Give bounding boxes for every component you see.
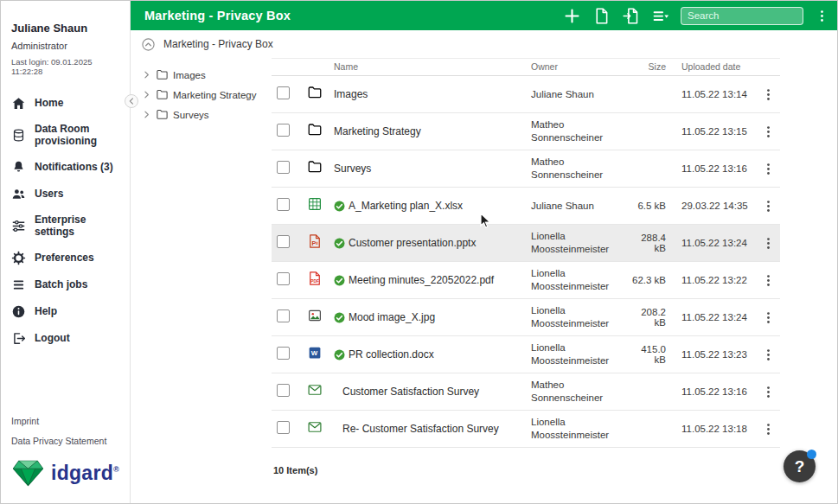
- table-row[interactable]: A_Marketing plan_X.xlsx Juliane Shaun 6.…: [272, 188, 780, 225]
- sidebar-item-label: Preferences: [35, 252, 94, 264]
- sidebar-item-enterprise-settings[interactable]: Enterprise settings: [1, 207, 130, 245]
- row-checkbox[interactable]: [277, 347, 290, 360]
- row-checkbox[interactable]: [277, 384, 290, 397]
- help-button[interactable]: ?: [784, 450, 816, 482]
- file-name[interactable]: Customer presentation.pptx: [349, 237, 476, 249]
- column-header-owner[interactable]: Owner: [531, 61, 628, 72]
- file-name[interactable]: A_Marketing plan_X.xlsx: [349, 200, 463, 212]
- table-row[interactable]: PDF Meeting minutes_22052022.pdf Lionell…: [272, 262, 780, 299]
- tree-item-label: Marketing Strategy: [173, 90, 257, 100]
- file-name[interactable]: Images: [334, 88, 368, 100]
- svg-text:PDF: PDF: [310, 279, 319, 284]
- breadcrumb-label[interactable]: Marketing - Privacy Box: [163, 38, 273, 50]
- sidebar-item-batch-jobs[interactable]: Batch jobs: [1, 271, 130, 298]
- row-checkbox[interactable]: [277, 309, 290, 322]
- row-menu-button[interactable]: [761, 124, 776, 139]
- file-name[interactable]: Mood image_X.jpg: [349, 311, 435, 323]
- table-row[interactable]: Re- Customer Satisfaction Survey Lionell…: [272, 411, 780, 448]
- verified-badge-icon: [334, 312, 345, 323]
- new-document-icon[interactable]: [592, 7, 611, 25]
- file-uploaded-date: 11.05.22 13:16: [681, 386, 761, 397]
- content-area: Images Marketing Strategy Surveys Name O…: [131, 58, 837, 503]
- chevron-right-icon[interactable]: [142, 90, 151, 99]
- kebab-icon[interactable]: [815, 8, 829, 24]
- table-row[interactable]: Marketing Strategy Matheo Sonnenscheiner…: [272, 113, 780, 150]
- search-input[interactable]: [688, 10, 796, 21]
- table-row[interactable]: Surveys Matheo Sonnenscheiner 11.05.22 1…: [272, 150, 780, 188]
- sidebar-item-preferences[interactable]: Preferences: [1, 245, 130, 271]
- sidebar-item-label: Help: [35, 305, 57, 317]
- column-header-uploaded-date[interactable]: Uploaded date: [681, 61, 761, 72]
- table-row[interactable]: P Customer presentation.pptx Lionella Mo…: [272, 225, 780, 262]
- row-menu-button[interactable]: [761, 162, 776, 176]
- column-header-name[interactable]: Name: [334, 61, 531, 72]
- file-name[interactable]: Re- Customer Satisfaction Survey: [342, 423, 499, 435]
- row-checkbox[interactable]: [277, 124, 290, 137]
- row-menu-button[interactable]: [761, 348, 776, 362]
- row-checkbox[interactable]: [277, 235, 290, 248]
- sidebar-item-help[interactable]: Help: [1, 298, 130, 325]
- chevron-right-icon[interactable]: [142, 110, 151, 119]
- table-row[interactable]: W PR collection.docx Lionella Moossteinm…: [272, 336, 780, 373]
- sidebar-item-data-room-provisioning[interactable]: Data Room provisioning: [1, 117, 130, 154]
- row-menu-button[interactable]: [761, 273, 776, 288]
- sidebar-nav: Home Data Room provisioning Notification…: [1, 90, 130, 352]
- sidebar-item-home[interactable]: Home: [1, 90, 130, 117]
- sidebar-item-label: Enterprise settings: [35, 214, 119, 239]
- file-size: 62.3 kB: [628, 275, 681, 285]
- table-row[interactable]: Images Juliane Shaun 11.05.22 13:14: [272, 76, 780, 113]
- sidebar-item-label: Data Room provisioning: [35, 123, 119, 148]
- circle-chevron-up-icon[interactable]: [141, 37, 156, 52]
- file-name[interactable]: Surveys: [334, 163, 371, 175]
- file-name[interactable]: PR collection.docx: [349, 348, 434, 360]
- xlsx-icon: [307, 196, 323, 212]
- row-checkbox[interactable]: [277, 421, 290, 434]
- table-row[interactable]: Mood image_X.jpg Lionella Moossteinmeist…: [272, 299, 780, 336]
- tree-item-label: Images: [173, 70, 206, 80]
- file-uploaded-date: 11.05.22 13:24: [681, 238, 761, 248]
- file-size: 415.0 kB: [628, 344, 681, 365]
- row-menu-button[interactable]: [761, 385, 776, 399]
- file-name[interactable]: Marketing Strategy: [334, 125, 421, 137]
- folder-icon: [156, 88, 169, 101]
- row-menu-button[interactable]: [761, 236, 776, 251]
- tree-item-surveys[interactable]: Surveys: [142, 108, 272, 121]
- file-name[interactable]: Customer Satisfaction Survey: [342, 386, 479, 398]
- folder-icon: [307, 85, 323, 100]
- file-owner: Matheo Sonnenscheiner: [531, 156, 628, 182]
- chevron-right-icon[interactable]: [142, 70, 151, 80]
- column-header-size[interactable]: Size: [628, 61, 681, 72]
- row-checkbox[interactable]: [277, 161, 290, 174]
- items-count: 10 Item(s): [273, 465, 780, 475]
- sidebar-item-users[interactable]: Users: [1, 181, 130, 207]
- file-name[interactable]: Meeting minutes_22052022.pdf: [349, 274, 494, 286]
- footer-link-data-privacy-statement[interactable]: Data Privacy Statement: [11, 436, 119, 446]
- row-menu-button[interactable]: [761, 422, 776, 437]
- import-document-icon[interactable]: [622, 7, 640, 25]
- file-owner: Matheo Sonnenscheiner: [531, 118, 628, 144]
- folder-icon: [307, 159, 323, 175]
- row-checkbox[interactable]: [277, 198, 290, 211]
- row-checkbox[interactable]: [277, 272, 290, 285]
- tree-item-images[interactable]: Images: [142, 68, 272, 81]
- help-label: ?: [795, 457, 805, 476]
- view-options-icon[interactable]: [651, 7, 669, 25]
- file-owner: Lionella Moossteinmeister: [531, 341, 628, 367]
- row-menu-button[interactable]: [761, 87, 776, 102]
- footer-link-imprint[interactable]: Imprint: [11, 416, 119, 426]
- pptx-icon: P: [307, 233, 323, 249]
- table-row[interactable]: Customer Satisfaction Survey Matheo Sonn…: [272, 373, 780, 411]
- row-menu-button[interactable]: [761, 310, 776, 325]
- sidebar-item-notifications-3[interactable]: Notifications (3): [1, 154, 130, 181]
- plus-icon[interactable]: [563, 7, 581, 25]
- svg-text:P: P: [311, 240, 316, 247]
- sidebar-item-label: Users: [35, 188, 63, 200]
- sidebar-item-logout[interactable]: Logout: [1, 325, 130, 352]
- row-checkbox[interactable]: [277, 86, 290, 99]
- tree-item-marketing-strategy[interactable]: Marketing Strategy: [142, 88, 272, 101]
- file-owner: Lionella Moossteinmeister: [531, 304, 628, 330]
- row-menu-button[interactable]: [761, 199, 776, 214]
- file-uploaded-date: 11.05.22 13:22: [681, 275, 761, 285]
- panel-collapse-handle[interactable]: [125, 94, 138, 108]
- docx-icon: W: [307, 345, 323, 360]
